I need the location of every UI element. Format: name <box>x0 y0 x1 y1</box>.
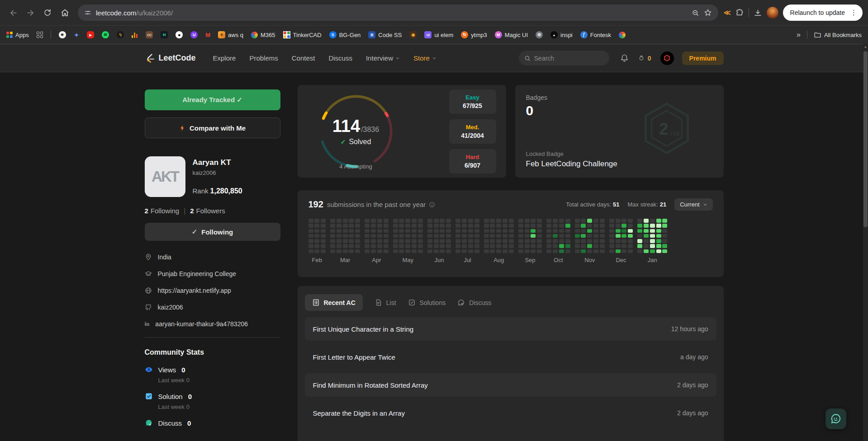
heatmap-cell[interactable] <box>518 249 523 253</box>
heatmap-cell[interactable] <box>337 239 342 243</box>
heatmap-cell[interactable] <box>616 249 621 253</box>
heatmap-cell[interactable] <box>546 249 551 253</box>
heatmap-cell[interactable] <box>371 224 376 228</box>
heatmap-cell[interactable] <box>468 229 473 233</box>
heatmap-cell[interactable] <box>418 229 423 233</box>
browser-menu-icon[interactable]: ⋮ <box>849 9 859 17</box>
heatmap-cell[interactable] <box>399 224 404 228</box>
heatmap-cell[interactable] <box>637 229 642 233</box>
heatmap-cell[interactable] <box>559 234 564 238</box>
heatmap-cell[interactable] <box>662 239 667 243</box>
heatmap-cell[interactable] <box>377 224 382 228</box>
heatmap-cell[interactable] <box>537 229 542 233</box>
heatmap-cell[interactable] <box>371 239 376 243</box>
heatmap-cell[interactable] <box>628 249 633 253</box>
heatmap-cell[interactable] <box>405 234 410 238</box>
bookmark-Fontesk[interactable]: ƒFontesk <box>580 31 611 38</box>
heatmap-cell[interactable] <box>314 229 319 233</box>
nav-link-store[interactable]: Store <box>413 54 436 62</box>
nav-link-explore[interactable]: Explore <box>213 54 236 62</box>
heatmap-cell[interactable] <box>587 224 592 228</box>
profile-detail-4[interactable]: inaaryan-kumar-thakur-9a4783206 <box>145 320 280 328</box>
heatmap-cell[interactable] <box>474 229 479 233</box>
heatmap-cell[interactable] <box>384 244 389 248</box>
profile-detail-0[interactable]: India <box>145 253 280 261</box>
submission-row[interactable]: Find Minimum in Rotated Sorted Array2 da… <box>305 373 716 397</box>
bookmark-icon-26[interactable] <box>619 32 626 38</box>
profile-avatar[interactable]: AKT <box>145 156 185 197</box>
heatmap-cell[interactable] <box>365 239 370 243</box>
heatmap-cell[interactable] <box>371 219 376 223</box>
heatmap-cell[interactable] <box>321 229 326 233</box>
heatmap-cell[interactable] <box>628 244 633 248</box>
bookmark-BG-Gen[interactable]: SBG-Gen <box>329 31 361 38</box>
heatmap-cell[interactable] <box>650 224 655 228</box>
following-count[interactable]: 2Following <box>145 207 180 215</box>
heatmap-cell[interactable] <box>455 244 460 248</box>
heatmap-cell[interactable] <box>462 229 467 233</box>
heatmap-cell[interactable] <box>434 244 439 248</box>
heatmap-cell[interactable] <box>371 249 376 253</box>
heatmap-cell[interactable] <box>656 249 661 253</box>
heatmap-cell[interactable] <box>440 239 445 243</box>
heatmap-cell[interactable] <box>355 244 360 248</box>
heatmap-cell[interactable] <box>546 234 551 238</box>
heatmap-cell[interactable] <box>405 239 410 243</box>
heatmap-cell[interactable] <box>412 224 417 228</box>
heatmap-cell[interactable] <box>330 234 335 238</box>
heatmap-cell[interactable] <box>337 229 342 233</box>
bookmark-icon-13[interactable]: M <box>205 32 210 38</box>
heatmap-cell[interactable] <box>314 244 319 248</box>
heatmap-cell[interactable] <box>462 219 467 223</box>
heatmap-cell[interactable] <box>365 229 370 233</box>
heatmap-cell[interactable] <box>490 244 495 248</box>
heatmap-cell[interactable] <box>637 224 642 228</box>
submission-row[interactable]: First Letter to Appear Twicea day ago <box>305 345 716 369</box>
heatmap-cell[interactable] <box>405 229 410 233</box>
heatmap-cell[interactable] <box>308 249 313 253</box>
heatmap-cell[interactable] <box>546 219 551 223</box>
heatmap-cell[interactable] <box>455 234 460 238</box>
heatmap-cell[interactable] <box>314 234 319 238</box>
heatmap-cell[interactable] <box>575 234 580 238</box>
heatmap-cell[interactable] <box>621 239 626 243</box>
heatmap-cell[interactable] <box>503 244 508 248</box>
heatmap-cell[interactable] <box>468 244 473 248</box>
heatmap-cell[interactable] <box>427 249 432 253</box>
heatmap-cell[interactable] <box>371 229 376 233</box>
heatmap-cell[interactable] <box>484 224 489 228</box>
heatmap-cell[interactable] <box>399 249 404 253</box>
difficulty-easy[interactable]: Easy67/925 <box>449 89 496 114</box>
browser-profile-avatar[interactable] <box>767 7 778 19</box>
streak-counter[interactable]: 0 <box>638 55 651 62</box>
heatmap-cell[interactable] <box>349 224 354 228</box>
heatmap-cell[interactable] <box>503 239 508 243</box>
heatmap-cell[interactable] <box>462 249 467 253</box>
heatmap-cell[interactable] <box>537 234 542 238</box>
heatmap-cell[interactable] <box>343 229 348 233</box>
bookmark-icon-23[interactable]: ⊕ <box>536 31 543 38</box>
heatmap-cell[interactable] <box>518 224 523 228</box>
scrollbar-thumb[interactable] <box>863 51 868 227</box>
heatmap-cell[interactable] <box>321 244 326 248</box>
bookmark-icon-8[interactable] <box>132 32 138 38</box>
heatmap-cell[interactable] <box>455 239 460 243</box>
heatmap-cell[interactable] <box>496 239 501 243</box>
heatmap-cell[interactable] <box>446 229 451 233</box>
heatmap-cell[interactable] <box>609 249 614 253</box>
downloads-icon[interactable] <box>754 9 762 17</box>
heatmap-cell[interactable] <box>565 219 570 223</box>
bookmark-ui elem[interactable]: UIui elem <box>424 31 453 38</box>
heatmap-cell[interactable] <box>314 249 319 253</box>
heatmap-cell[interactable] <box>468 249 473 253</box>
following-button[interactable]: ✓ Following <box>145 223 280 241</box>
heatmap-cell[interactable] <box>662 229 667 233</box>
heatmap-cell[interactable] <box>637 249 642 253</box>
heatmap-cell[interactable] <box>399 234 404 238</box>
bookmark-aws q[interactable]: ◆aws q <box>218 31 243 38</box>
heatmap-cell[interactable] <box>384 219 389 223</box>
heatmap-cell[interactable] <box>474 249 479 253</box>
heatmap-cell[interactable] <box>525 249 530 253</box>
heatmap-cell[interactable] <box>609 239 614 243</box>
nav-link-interview[interactable]: Interview <box>366 54 400 62</box>
